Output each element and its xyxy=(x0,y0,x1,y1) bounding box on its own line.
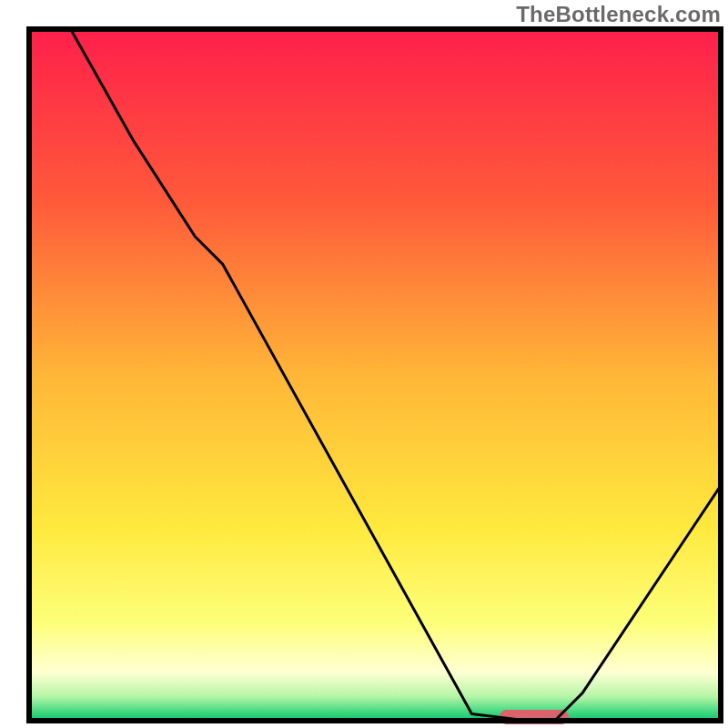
gradient-background xyxy=(29,29,721,721)
chart-container: TheBottleneck.com xyxy=(0,0,728,728)
bottleneck-chart xyxy=(0,0,728,728)
watermark-text: TheBottleneck.com xyxy=(516,2,721,27)
